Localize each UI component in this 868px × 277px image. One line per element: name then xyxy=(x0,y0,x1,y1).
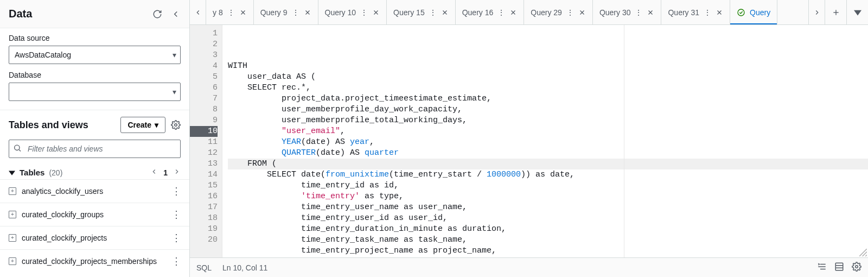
code-line[interactable]: SELECT date(from_unixtime(time_entry_sta… xyxy=(228,169,868,180)
table-row[interactable]: +curated_clockify_projects_memberships⋮ xyxy=(0,249,189,273)
data-source-select[interactable]: AwsDataCatalog ▾ xyxy=(9,46,181,64)
tab-menu-icon[interactable]: ⋮ xyxy=(704,8,711,17)
code-line[interactable]: user_data AS ( xyxy=(228,72,868,83)
query-tab[interactable]: Query 29⋮ xyxy=(524,0,593,24)
code-line[interactable]: user_memberprofile_day_work_capacity, xyxy=(228,104,868,115)
query-tab[interactable]: Query 31⋮ xyxy=(661,0,730,24)
collapse-sidebar-icon[interactable] xyxy=(171,9,181,19)
line-number[interactable]: 18 xyxy=(190,213,218,224)
code-line[interactable]: YEAR(date) AS year, xyxy=(228,137,868,148)
page-next-icon[interactable] xyxy=(173,168,181,177)
query-tab[interactable]: Query 9⋮ xyxy=(254,0,318,24)
format-icon[interactable] xyxy=(817,262,827,273)
code-line[interactable]: SELECT rec.*, xyxy=(228,83,868,93)
line-number[interactable]: 1 xyxy=(190,28,218,39)
table-row[interactable]: +analytics_clockify_users⋮ xyxy=(0,179,189,203)
refresh-icon[interactable] xyxy=(152,9,162,19)
code-line[interactable]: 'time_entry' as type, xyxy=(228,191,868,202)
close-icon[interactable] xyxy=(239,9,247,16)
table-actions-icon[interactable]: ⋮ xyxy=(171,209,181,221)
tab-scroll-right[interactable] xyxy=(808,0,825,24)
line-number[interactable]: 5 xyxy=(190,72,218,83)
expand-table-icon[interactable]: + xyxy=(9,234,16,242)
line-number[interactable]: 6 xyxy=(190,83,218,93)
table-row[interactable]: +curated_clockify_projects⋮ xyxy=(0,226,189,249)
tab-menu-icon[interactable]: ⋮ xyxy=(227,8,235,17)
expand-table-icon[interactable]: + xyxy=(9,187,16,195)
query-tab[interactable]: Query 10⋮ xyxy=(318,0,387,24)
code-line[interactable]: QUARTER(date) AS quarter xyxy=(228,148,868,159)
tab-scroll-left[interactable] xyxy=(190,0,206,24)
query-tab[interactable]: Query 15⋮ xyxy=(387,0,456,24)
line-number[interactable]: 10 xyxy=(190,126,218,137)
filter-tables-input[interactable] xyxy=(9,140,181,158)
line-number[interactable]: 2 xyxy=(190,39,218,50)
line-number[interactable]: 4 xyxy=(190,61,218,72)
close-icon[interactable] xyxy=(304,9,311,16)
resize-handle-icon[interactable] xyxy=(859,249,867,256)
svg-point-1 xyxy=(15,145,20,150)
query-tab[interactable]: Query xyxy=(730,0,777,24)
svg-point-20 xyxy=(738,9,744,16)
close-icon[interactable] xyxy=(372,9,380,16)
code-line[interactable]: "user_email", xyxy=(228,126,868,137)
code-line[interactable]: time_entry_project_name as project_name, xyxy=(228,245,868,256)
code-line[interactable]: WITH xyxy=(228,61,868,72)
table-actions-icon[interactable]: ⋮ xyxy=(171,185,181,197)
line-number[interactable]: 15 xyxy=(190,180,218,191)
svg-marker-23 xyxy=(854,10,861,15)
line-number[interactable]: 20 xyxy=(190,235,218,245)
tab-menu-icon[interactable]: ⋮ xyxy=(497,8,505,17)
line-number[interactable]: 9 xyxy=(190,115,218,126)
close-icon[interactable] xyxy=(647,9,654,16)
line-number[interactable]: 3 xyxy=(190,50,218,61)
table-actions-icon[interactable]: ⋮ xyxy=(171,255,181,267)
settings-icon[interactable] xyxy=(852,262,861,273)
new-tab-button[interactable] xyxy=(825,0,846,24)
tables-group-header[interactable]: Tables (20) 1 xyxy=(0,163,189,179)
table-actions-icon[interactable]: ⋮ xyxy=(171,232,181,244)
line-number[interactable]: 19 xyxy=(190,224,218,235)
query-tab[interactable]: Query 16⋮ xyxy=(456,0,525,24)
line-number[interactable]: 16 xyxy=(190,191,218,202)
tab-menu-icon[interactable]: ⋮ xyxy=(635,8,642,17)
tab-menu-button[interactable] xyxy=(846,0,868,24)
close-icon[interactable] xyxy=(578,9,586,16)
code-line[interactable]: FROM ( xyxy=(228,159,868,169)
close-icon[interactable] xyxy=(509,9,517,16)
code-editor[interactable]: 1234567891011121314151617181920 WITH use… xyxy=(190,25,868,257)
line-number[interactable]: 11 xyxy=(190,137,218,148)
tab-label: Query 31 xyxy=(668,8,699,17)
close-icon[interactable] xyxy=(716,9,723,16)
line-number[interactable]: 14 xyxy=(190,169,218,180)
code-line[interactable]: time_entry_task_name as task_name, xyxy=(228,235,868,245)
code-line[interactable]: time_entry_duration_in_minute as duratio… xyxy=(228,224,868,235)
code-line[interactable]: time_entry_id as id, xyxy=(228,180,868,191)
code-line[interactable]: user_memberprofile_total_working_days, xyxy=(228,115,868,126)
gear-icon[interactable] xyxy=(171,120,181,130)
code-line[interactable]: project_data.project_timeestimate_estima… xyxy=(228,93,868,104)
expand-table-icon[interactable]: + xyxy=(9,211,16,218)
code-line[interactable]: time_entry_user_name as user_name, xyxy=(228,202,868,213)
line-number[interactable]: 8 xyxy=(190,104,218,115)
expand-table-icon[interactable]: + xyxy=(9,257,16,265)
page-prev-icon[interactable] xyxy=(150,168,158,177)
line-number[interactable]: 7 xyxy=(190,93,218,104)
tab-menu-icon[interactable]: ⋮ xyxy=(566,8,574,17)
table-row[interactable]: +curated_clockify_groups⋮ xyxy=(0,203,189,226)
panel-icon[interactable] xyxy=(834,262,844,273)
line-number[interactable]: 17 xyxy=(190,202,218,213)
code-line[interactable]: time_entry_project_id as project_id, xyxy=(228,256,868,257)
line-number[interactable]: 12 xyxy=(190,148,218,159)
database-select[interactable]: ▾ xyxy=(9,83,181,101)
query-tab[interactable]: Query 30⋮ xyxy=(593,0,662,24)
line-number[interactable]: 13 xyxy=(190,159,218,169)
tab-menu-icon[interactable]: ⋮ xyxy=(292,8,299,17)
code-line[interactable]: time_entry_user_id as user_id, xyxy=(228,213,868,224)
tab-menu-icon[interactable]: ⋮ xyxy=(360,8,368,17)
close-icon[interactable] xyxy=(441,9,449,16)
tab-menu-icon[interactable]: ⋮ xyxy=(429,8,437,17)
query-tab[interactable]: y 8⋮ xyxy=(206,0,254,24)
svg-marker-3 xyxy=(9,171,15,175)
create-button[interactable]: Create ▾ xyxy=(120,117,165,133)
